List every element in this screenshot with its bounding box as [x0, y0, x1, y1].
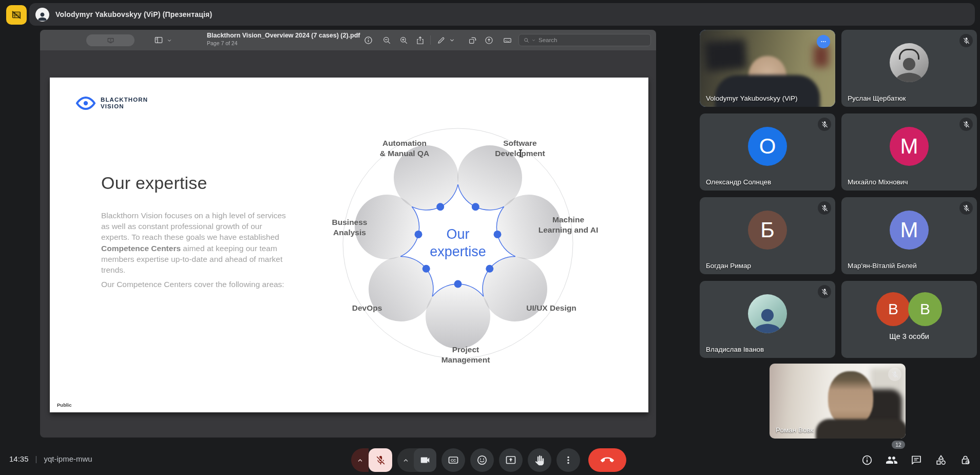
avatar: [748, 294, 787, 333]
end-call-button[interactable]: [588, 448, 626, 472]
participant-tile[interactable]: М Михайло Міхнович: [841, 113, 977, 191]
blackthorn-logo: BLACKTHORN VISION: [75, 96, 148, 110]
videocam-icon: [419, 454, 431, 466]
chat-icon: [910, 454, 923, 466]
avatar: B: [876, 292, 910, 326]
hand-icon: [534, 454, 545, 466]
smiley-icon: [476, 454, 488, 466]
person-icon: [753, 307, 782, 333]
people-panel-button[interactable]: [886, 454, 898, 466]
shared-screen: Blackthorn Vision_Overview 2024 (7 cases…: [40, 30, 656, 438]
active-speaker-bar[interactable]: Volodymyr Yakubovskyy (ViP) (Презентація…: [29, 3, 975, 26]
mic-control-group: [351, 448, 392, 472]
mic-off-icon: [963, 37, 970, 45]
participant-tile[interactable]: О Олександр Солнцев: [700, 113, 835, 191]
presentation-off-icon: [11, 9, 22, 21]
logo-text: BLACKTHORN VISION: [101, 97, 148, 110]
info-button[interactable]: [363, 35, 373, 45]
rotate-button[interactable]: [468, 35, 477, 45]
people-icon: [886, 454, 898, 466]
mic-off-badge: [959, 201, 973, 215]
present-button[interactable]: [499, 448, 523, 472]
participant-grid: Volodymyr Yakubovskyy (ViP) Руслан Щерба…: [700, 30, 977, 358]
participant-tile-video[interactable]: Volodymyr Yakubovskyy (ViP): [700, 30, 835, 107]
document-title-block: Blackthorn Vision_Overview 2024 (7 cases…: [207, 32, 360, 47]
participant-tile[interactable]: М Мар'ян-Віталій Белей: [841, 197, 977, 274]
mic-off-icon: [821, 121, 829, 128]
markup-chevron-button[interactable]: [449, 35, 455, 45]
diagram-center-label: Our expertise: [430, 226, 486, 261]
activities-button[interactable]: [935, 454, 947, 466]
participant-name: Volodymyr Yakubovskyy (ViP): [706, 94, 798, 102]
text-cursor: [520, 149, 521, 157]
avatar: О: [748, 127, 787, 166]
diagram-label: MachineLearning and AI: [539, 215, 599, 235]
mic-off-icon: [821, 288, 829, 296]
mic-off-badge: [959, 34, 973, 47]
presentation-hidden-button[interactable]: [6, 5, 27, 25]
avatar-initial: О: [759, 134, 776, 159]
reactions-button[interactable]: [470, 448, 494, 472]
toolbar-divider: [430, 35, 431, 45]
mic-off-badge: [959, 118, 973, 131]
headphones: [899, 49, 919, 60]
tile-more-button[interactable]: [817, 35, 830, 48]
mic-off-icon: [963, 121, 970, 128]
slide-page: BLACKTHORN VISION Our expertise Blacktho…: [50, 78, 648, 412]
mic-off-icon: [963, 204, 970, 212]
camera-button[interactable]: [414, 448, 436, 472]
participant-name: Руслан Щербатюк: [848, 94, 906, 102]
lock-icon: [959, 454, 972, 466]
mic-button-muted[interactable]: [369, 448, 392, 472]
host-controls-button[interactable]: [959, 454, 972, 466]
window-mode-button[interactable]: [86, 34, 134, 46]
mic-off-icon: [375, 455, 386, 466]
diagram-label: BusinessAnalysis: [332, 217, 368, 238]
participant-tile[interactable]: Б Богдан Римар: [700, 197, 835, 274]
blackthorn-logo-icon: [75, 96, 96, 110]
sign-button[interactable]: [503, 35, 512, 45]
slide-footer: Public: [57, 402, 72, 408]
mic-off-icon: [891, 371, 899, 378]
participant-count-badge: 12: [892, 441, 905, 449]
search-field[interactable]: [518, 34, 651, 46]
activities-icon: [935, 454, 947, 466]
mic-off-badge: [818, 201, 831, 215]
zoom-in-button[interactable]: [399, 35, 409, 45]
avatar: B: [908, 292, 942, 326]
speaker-name: Volodymyr Yakubovskyy (ViP) (Презентація…: [55, 10, 212, 18]
raise-hand-button[interactable]: [528, 448, 551, 472]
search-input[interactable]: [537, 36, 646, 44]
insert-button[interactable]: [484, 35, 494, 45]
participant-tile[interactable]: Владислав Іванов: [700, 281, 835, 358]
info-icon: [861, 454, 873, 466]
camera-options-button[interactable]: [397, 448, 414, 472]
participant-tile-floating[interactable]: Роман Вовк: [770, 364, 906, 439]
call-end-icon: [601, 453, 614, 467]
participant-tile-overflow[interactable]: B B Ще 3 особи: [841, 281, 977, 358]
share-button[interactable]: [415, 35, 425, 45]
participant-tile[interactable]: Руслан Щербатюк: [841, 30, 977, 107]
camera-control-group: [397, 448, 436, 472]
participant-name: Роман Вовк: [776, 426, 814, 434]
diagram-label: DevOps: [352, 303, 382, 313]
avatar: М: [890, 211, 929, 250]
more-options-button[interactable]: [556, 448, 580, 472]
meeting-details-button[interactable]: [861, 454, 873, 466]
present-icon: [505, 454, 517, 466]
slide-paragraph: Blackthorn Vision focuses on a high leve…: [101, 210, 287, 275]
call-controls: [351, 448, 626, 472]
markup-pencil-button[interactable]: [436, 35, 446, 45]
slide-paragraph-2: Our Competence Centers cover the followi…: [101, 280, 296, 289]
participant-name: Мар'ян-Віталій Белей: [848, 262, 917, 270]
meet-window: Volodymyr Yakubovskyy (ViP) (Презентація…: [0, 0, 980, 475]
chat-panel-button[interactable]: [910, 454, 923, 466]
captions-button[interactable]: [441, 448, 465, 472]
sidebar-toggle-button[interactable]: [153, 35, 164, 45]
avatar: [890, 43, 929, 82]
mic-options-button[interactable]: [351, 448, 369, 472]
zoom-out-button[interactable]: [382, 35, 392, 45]
participant-name: Михайло Міхнович: [848, 178, 908, 186]
avatar: М: [890, 127, 929, 166]
sidebar-chevron-icon[interactable]: [166, 37, 172, 44]
